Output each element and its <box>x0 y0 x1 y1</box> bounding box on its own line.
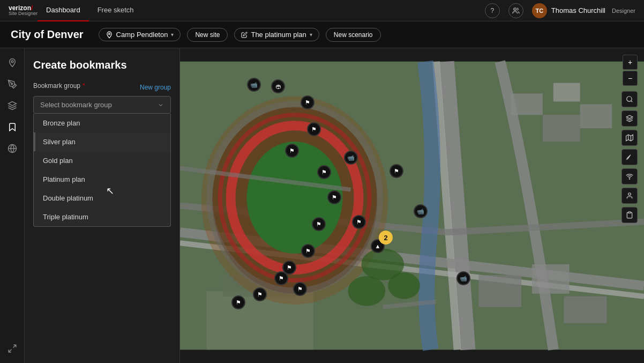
user-menu[interactable]: TC Thomas Churchill Designer <box>532 3 635 18</box>
map-tool-map[interactable] <box>621 130 638 146</box>
marker-flag-13[interactable]: ⚑ <box>274 271 288 285</box>
marker-flag-5[interactable]: ⚑ <box>327 190 341 204</box>
sidebar-icon-draw[interactable] <box>2 74 23 94</box>
dropdown-item-triple-platinum[interactable]: Triple platinum <box>34 208 170 226</box>
dropdown-item-gold[interactable]: Gold plan <box>34 151 170 170</box>
site-chevron: ▾ <box>171 32 174 38</box>
secondary-toolbar: City of Denver Camp Pendleton ▾ New site… <box>0 21 644 48</box>
svg-point-26 <box>627 97 632 101</box>
svg-rect-17 <box>553 83 580 102</box>
marker-flag-10[interactable]: ⚑ <box>352 215 366 229</box>
top-navbar: verizon/ Site Designer Dashboard Free sk… <box>0 0 644 21</box>
dropdown-item-silver[interactable]: Silver plan <box>34 132 170 151</box>
tab-freesketch[interactable]: Free sketch <box>89 0 143 21</box>
help-button[interactable]: ? <box>485 3 500 18</box>
svg-point-24 <box>388 272 420 299</box>
chevron-down-icon <box>158 102 164 108</box>
svg-rect-34 <box>628 212 631 213</box>
svg-rect-20 <box>478 275 521 307</box>
zoom-in-button[interactable]: + <box>623 55 638 70</box>
svg-line-5 <box>13 345 16 347</box>
product-name: Site Designer <box>9 11 38 16</box>
users-button[interactable] <box>508 3 523 18</box>
map-zoom-controls: + − <box>623 55 638 86</box>
site-name: Camp Pendleton <box>116 31 168 39</box>
plan-chevron: ▾ <box>310 32 312 38</box>
svg-marker-2 <box>8 102 16 106</box>
site-selector[interactable]: Camp Pendleton ▾ <box>99 28 181 41</box>
plan-selector[interactable]: The platinum plan ▾ <box>234 28 319 41</box>
map-tool-measure[interactable] <box>621 149 638 165</box>
required-indicator: * <box>83 82 85 90</box>
svg-rect-22 <box>564 297 607 323</box>
svg-line-6 <box>9 350 11 352</box>
marker-number-2[interactable]: 2 <box>379 231 393 245</box>
marker-flag-3[interactable]: ⚑ <box>285 144 299 158</box>
svg-marker-28 <box>626 115 633 118</box>
marker-camera-1[interactable]: 📹 <box>247 78 261 92</box>
new-site-button[interactable]: New site <box>187 28 228 42</box>
sidebar-icon-globe[interactable] <box>2 138 23 159</box>
dropdown-menu: Bronze plan Silver plan Gold plan Platin… <box>33 114 171 227</box>
map-tool-layers[interactable] <box>621 110 638 127</box>
nav-tabs: Dashboard Free sketch <box>38 0 143 21</box>
svg-point-0 <box>514 8 516 10</box>
marker-flag-7[interactable]: ⚑ <box>301 244 315 258</box>
main-layout: Create bookmarks Bookmark group * New gr… <box>0 48 644 363</box>
marker-flag-1[interactable]: ⚑ <box>301 95 314 109</box>
dropdown-item-double-platinum[interactable]: Double platinum <box>34 189 170 208</box>
sidebar-icon-location[interactable] <box>2 53 23 73</box>
zoom-out-button[interactable]: − <box>623 71 638 86</box>
bookmark-group-dropdown: Select bookmark group Bronze plan Silver… <box>33 96 171 114</box>
map-right-tools <box>621 91 638 223</box>
svg-point-33 <box>628 193 631 196</box>
left-sidebar <box>0 48 25 363</box>
panel-title: Create bookmarks <box>33 59 171 71</box>
map-area[interactable]: 📹 🏟 ⚑ ⚑ ⚑ ⚑ ⚑ ⚑ ⚑ ⚑ 📹 ⚑ 📹 ⚑ ▲ 2 ⚑ ⚑ ⚑ ⚑ … <box>180 48 644 363</box>
svg-marker-29 <box>626 135 633 141</box>
user-name: Thomas Churchill <box>551 6 605 14</box>
dropdown-trigger[interactable]: Select bookmark group <box>33 96 171 114</box>
marker-flag-12[interactable]: ⚑ <box>231 295 245 309</box>
map-tool-person[interactable] <box>621 188 638 204</box>
marker-flag-9[interactable]: ⚑ <box>390 164 403 178</box>
edit-icon <box>241 32 248 38</box>
avatar: TC <box>532 3 547 18</box>
sidebar-icon-bookmark[interactable] <box>2 117 23 137</box>
nav-right: ? TC Thomas Churchill Designer <box>485 3 635 18</box>
svg-rect-21 <box>532 264 570 294</box>
svg-rect-16 <box>511 93 543 115</box>
svg-rect-19 <box>580 104 612 128</box>
user-role: Designer <box>612 8 635 14</box>
map-tool-clipboard[interactable] <box>621 207 638 223</box>
map-tool-broadcast[interactable] <box>621 168 638 184</box>
marker-flag-4[interactable]: ⚑ <box>317 165 331 179</box>
marker-camera-3[interactable]: 📹 <box>414 204 428 218</box>
plan-name: The platinum plan <box>251 31 306 39</box>
svg-rect-18 <box>543 115 580 142</box>
marker-flag-11[interactable]: ⚑ <box>253 287 267 301</box>
sidebar-icon-layers[interactable] <box>2 95 23 116</box>
bookmarks-panel: Create bookmarks Bookmark group * New gr… <box>25 48 180 363</box>
tab-dashboard[interactable]: Dashboard <box>38 0 89 21</box>
dropdown-item-platinum[interactable]: Platinum plan <box>34 170 170 189</box>
new-scenario-button[interactable]: New scenario <box>326 28 381 42</box>
svg-line-27 <box>631 101 633 102</box>
verizon-logo: verizon/ Site Designer <box>9 5 38 16</box>
dropdown-item-bronze[interactable]: Bronze plan <box>34 114 170 132</box>
marker-flag-2[interactable]: ⚑ <box>307 122 321 136</box>
svg-point-1 <box>11 83 12 85</box>
marker-flag-6[interactable]: ⚑ <box>312 217 326 231</box>
svg-point-32 <box>629 179 630 179</box>
map-background <box>180 48 644 363</box>
marker-flag-14[interactable]: ⚑ <box>293 282 307 296</box>
location-icon <box>106 31 113 39</box>
sidebar-icon-expand[interactable] <box>2 338 23 359</box>
marker-camera-4[interactable]: 📹 <box>456 271 470 285</box>
svg-point-25 <box>348 276 386 306</box>
marker-venue[interactable]: 🏟 <box>271 79 285 93</box>
map-tool-search[interactable] <box>621 91 638 107</box>
new-group-link[interactable]: New group <box>140 84 171 91</box>
city-title: City of Denver <box>11 28 84 41</box>
marker-camera-2[interactable]: 📹 <box>344 151 358 165</box>
